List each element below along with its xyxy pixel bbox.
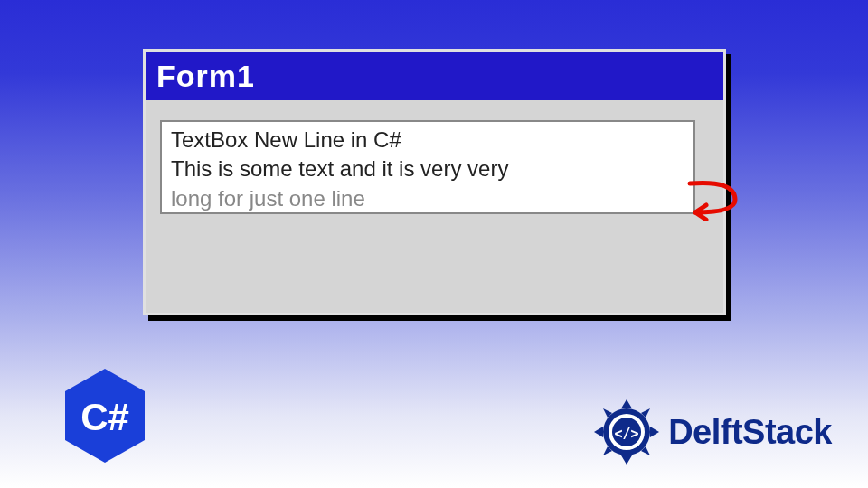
form-window: Form1 TextBox New Line in C# This is som… xyxy=(143,49,726,315)
svg-marker-4 xyxy=(621,399,632,408)
brand-logo: </> DelftStack xyxy=(590,396,832,468)
csharp-badge-icon: C# xyxy=(61,367,148,465)
svg-marker-7 xyxy=(650,427,659,437)
brand-name: DelftStack xyxy=(668,413,832,452)
brand-emblem-icon: </> xyxy=(590,396,663,468)
titlebar[interactable]: Form1 xyxy=(146,52,723,100)
textbox-multiline[interactable]: TextBox New Line in C# This is some text… xyxy=(160,120,695,214)
form-body: TextBox New Line in C# This is some text… xyxy=(146,100,723,313)
csharp-label: C# xyxy=(80,396,129,438)
svg-text:</>: </> xyxy=(615,426,639,442)
window-title: Form1 xyxy=(156,59,255,94)
svg-marker-5 xyxy=(621,455,632,465)
textbox-line-1: TextBox New Line in C# xyxy=(171,126,684,155)
svg-marker-6 xyxy=(594,427,603,437)
textbox-line-2: This is some text and it is very very xyxy=(171,155,684,183)
textbox-line-3: long for just one line xyxy=(171,184,684,213)
